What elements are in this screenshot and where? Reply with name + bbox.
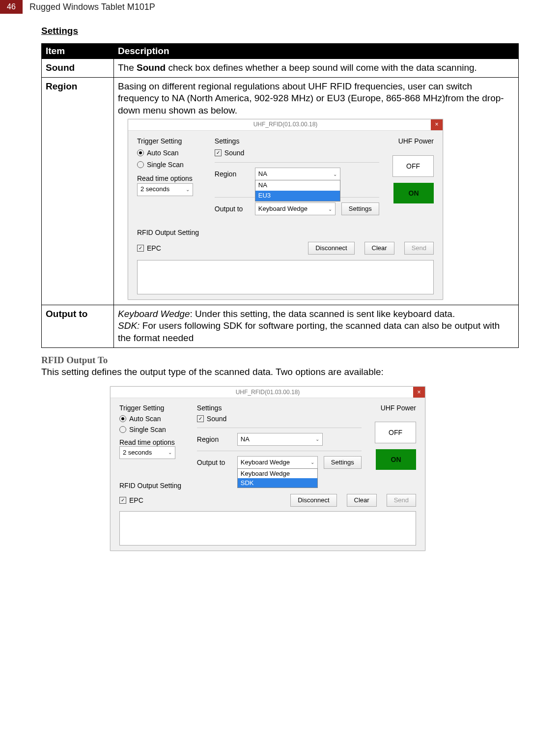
output-to-dropdown[interactable]: Keyboard Wedge⌄ Keyboard Wedge SDK: [237, 456, 318, 469]
chevron-down-icon: ⌄: [186, 186, 190, 193]
row-output-to: Output to Keyboard Wedge: Under this set…: [42, 305, 519, 347]
separator: [197, 451, 362, 451]
radio-single-scan[interactable]: Single Scan: [119, 426, 188, 433]
radio-single-scan[interactable]: Single Scan: [137, 160, 206, 169]
app-window-region: UHF_RFID(01.03.00.18) × Trigger Setting …: [128, 119, 443, 300]
power-off-button[interactable]: OFF: [392, 155, 434, 177]
region-dropdown[interactable]: NA⌄: [237, 433, 323, 446]
read-time-dropdown[interactable]: 2 seconds⌄: [137, 183, 193, 196]
cell-region-item: Region: [42, 77, 114, 305]
region-dropdown[interactable]: NA⌄ NA EU3: [255, 168, 340, 180]
output-option-sdk[interactable]: SDK: [238, 478, 317, 488]
settings-button[interactable]: Settings: [341, 202, 379, 215]
output-to-label: Output to: [197, 459, 231, 466]
cell-output-to-item: Output to: [42, 305, 114, 347]
checkbox-epc[interactable]: EPC: [119, 496, 280, 504]
chevron-down-icon: ⌄: [315, 436, 319, 442]
power-on-button[interactable]: ON: [376, 449, 416, 470]
close-button[interactable]: ×: [431, 119, 443, 130]
clear-button[interactable]: Clear: [364, 242, 394, 255]
radio-icon: [119, 426, 126, 433]
checkbox-epc[interactable]: EPC: [137, 244, 298, 253]
settings-table: Item Description Sound The Sound check b…: [41, 43, 519, 348]
cell-output-to-desc: Keyboard Wedge: Under this setting, the …: [114, 305, 519, 347]
radio-icon: [137, 149, 144, 156]
chevron-down-icon: ⌄: [310, 460, 314, 465]
row-region: Region Basing on different regional regu…: [42, 77, 519, 305]
radio-icon: [119, 415, 126, 422]
settings-button[interactable]: Settings: [324, 456, 362, 469]
output-textarea[interactable]: [137, 260, 434, 294]
cell-sound-item: Sound: [42, 59, 114, 78]
output-textarea[interactable]: [119, 511, 416, 546]
page-title: Rugged Windows Tablet M101P: [29, 2, 155, 12]
checkbox-sound[interactable]: Sound: [215, 148, 379, 157]
radio-icon: [137, 161, 144, 168]
region-option-na[interactable]: NA: [255, 180, 340, 191]
checkbox-icon: [197, 415, 204, 422]
trigger-setting-label: Trigger Setting: [119, 404, 188, 412]
row-sound: Sound The Sound check box defines whethe…: [42, 59, 519, 78]
disconnect-button[interactable]: Disconnect: [308, 242, 354, 255]
app-window-output: UHF_RFID(01.03.00.18) × Trigger Setting …: [110, 386, 425, 551]
rfid-output-to-body: This setting defines the output type of …: [41, 367, 519, 377]
send-button[interactable]: Send: [387, 494, 416, 507]
trigger-setting-label: Trigger Setting: [137, 137, 206, 145]
th-item: Item: [42, 44, 114, 59]
checkbox-icon: [215, 149, 222, 156]
read-time-label: Read time options: [119, 438, 188, 446]
uhf-power-label: UHF Power: [381, 404, 416, 412]
settings-heading: Settings: [41, 26, 519, 36]
rfid-output-setting-label: RFID Output Setting: [137, 228, 434, 237]
close-button[interactable]: ×: [413, 387, 425, 398]
checkbox-icon: [137, 245, 144, 252]
page-number: 46: [0, 0, 23, 14]
read-time-label: Read time options: [137, 174, 206, 183]
separator: [197, 428, 362, 428]
page-header: 46 Rugged Windows Tablet M101P: [0, 0, 560, 14]
titlebar: UHF_RFID(01.03.00.18) ×: [111, 387, 425, 398]
settings-label: Settings: [197, 404, 362, 412]
th-description: Description: [114, 44, 519, 59]
region-option-eu3[interactable]: EU3: [255, 191, 340, 201]
region-dropdown-list: NA EU3: [255, 180, 340, 201]
region-label: Region: [197, 435, 231, 443]
clear-button[interactable]: Clear: [347, 494, 377, 507]
power-off-button[interactable]: OFF: [375, 422, 416, 443]
read-time-dropdown[interactable]: 2 seconds⌄: [119, 446, 175, 459]
titlebar: UHF_RFID(01.03.00.18) ×: [128, 119, 443, 131]
radio-auto-scan[interactable]: Auto Scan: [119, 415, 188, 423]
titlebar-text: UHF_RFID(01.03.00.18): [253, 121, 318, 129]
output-option-keyboard-wedge[interactable]: Keyboard Wedge: [238, 469, 317, 478]
region-label: Region: [215, 170, 249, 178]
rfid-output-to-heading: RFID Output To: [41, 355, 519, 366]
output-to-dropdown[interactable]: Keyboard Wedge⌄: [255, 202, 336, 215]
chevron-down-icon: ⌄: [328, 206, 332, 212]
radio-auto-scan[interactable]: Auto Scan: [137, 148, 206, 157]
chevron-down-icon: ⌄: [168, 450, 172, 455]
output-to-dropdown-list: Keyboard Wedge SDK: [237, 468, 318, 488]
send-button[interactable]: Send: [404, 242, 434, 255]
settings-label: Settings: [215, 137, 379, 145]
power-on-button[interactable]: ON: [393, 183, 434, 203]
output-to-label: Output to: [215, 204, 249, 213]
uhf-power-label: UHF Power: [398, 137, 434, 145]
cell-sound-desc: The Sound check box defines whether a be…: [114, 59, 519, 78]
chevron-down-icon: ⌄: [333, 171, 337, 177]
separator: [215, 162, 379, 163]
checkbox-sound[interactable]: Sound: [197, 415, 362, 423]
checkbox-icon: [119, 497, 126, 504]
cell-region-desc: Basing on different regional regulations…: [114, 77, 519, 305]
disconnect-button[interactable]: Disconnect: [290, 494, 336, 507]
titlebar-text: UHF_RFID(01.03.00.18): [236, 389, 300, 396]
